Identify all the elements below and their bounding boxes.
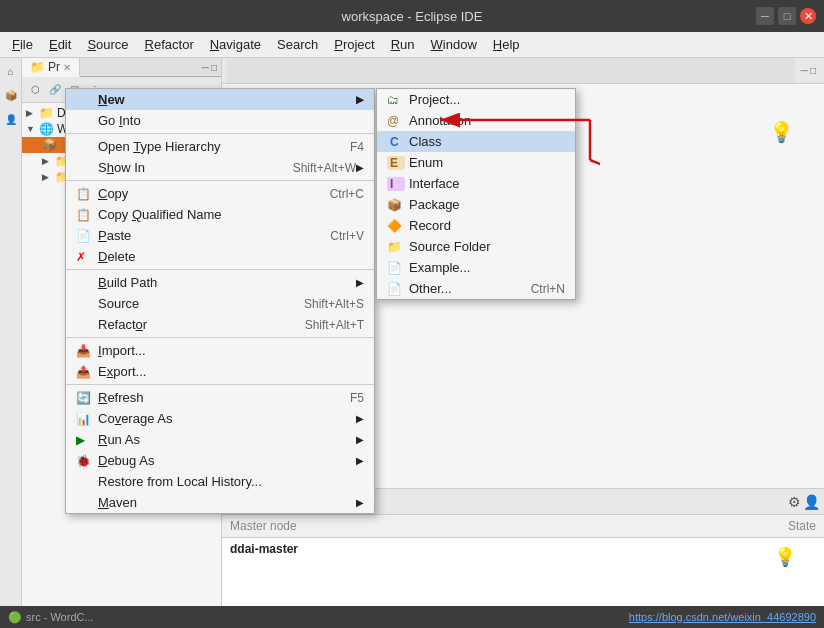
cm-run-as[interactable]: ▶ Run As ▶ [66, 429, 374, 450]
cm-refactor[interactable]: Refactor Shift+Alt+T [66, 314, 374, 335]
cm-copy-qualified[interactable]: 📋 Copy Qualified Name [66, 204, 374, 225]
sidebar-icon-person[interactable]: 👤 [2, 110, 20, 128]
status-text: src - WordC... [26, 611, 94, 623]
cell-master: ddai-master [222, 538, 617, 561]
title-bar: workspace - Eclipse IDE ─ □ ✕ [0, 0, 824, 32]
cm-refresh[interactable]: 🔄 Refresh F5 [66, 387, 374, 408]
master-table: Master node State ddai-master [222, 515, 824, 560]
cm-delete-label: Delete [98, 249, 364, 264]
sm-other-shortcut: Ctrl+N [531, 282, 565, 296]
sm-example-label: Example... [409, 260, 565, 275]
tab-maximize-btn[interactable]: □ [211, 62, 217, 73]
menu-file[interactable]: File [4, 35, 41, 54]
right-maximize-btn[interactable]: □ [810, 65, 816, 76]
cm-sep5 [66, 384, 374, 385]
submenu-new: 🗂 Project... @ Annotation C Class E Enum… [376, 88, 576, 300]
maximize-button[interactable]: □ [778, 7, 796, 25]
window-controls: ─ □ ✕ [756, 7, 816, 25]
gear-icon[interactable]: ⚙ [788, 494, 801, 510]
menu-run[interactable]: Run [383, 35, 423, 54]
menu-window[interactable]: Window [423, 35, 485, 54]
sm-other-label: Other... [409, 281, 531, 296]
minimize-button[interactable]: ─ [756, 7, 774, 25]
cm-show-in[interactable]: Show In Shift+Alt+W ▶ [66, 157, 374, 178]
cm-new[interactable]: New ▶ [66, 89, 374, 110]
cm-build-path[interactable]: Build Path ▶ [66, 272, 374, 293]
menu-bar: File Edit Source Refactor Navigate Searc… [0, 32, 824, 58]
sm-srcfolder-label: Source Folder [409, 239, 565, 254]
sm-record-icon: 🔶 [387, 219, 405, 233]
show-in-shortcut: Shift+Alt+W [273, 161, 356, 175]
cm-delete[interactable]: ✗ Delete [66, 246, 374, 267]
sm-class-label: Class [409, 134, 565, 149]
sm-source-folder[interactable]: 📁 Source Folder [377, 236, 575, 257]
right-minimize-btn[interactable]: ─ [801, 65, 808, 76]
debug-as-icon: 🐞 [76, 454, 94, 468]
sm-project-label: Project... [409, 92, 565, 107]
sm-record[interactable]: 🔶 Record [377, 215, 575, 236]
sm-package[interactable]: 📦 Package [377, 194, 575, 215]
maven-arrow: ▶ [356, 497, 364, 508]
cm-maven[interactable]: Maven ▶ [66, 492, 374, 513]
link-editor-btn[interactable]: 🔗 [46, 81, 64, 99]
cm-coverage-label: Coverage As [98, 411, 356, 426]
build-path-arrow: ▶ [356, 277, 364, 288]
source-shortcut: Shift+Alt+S [284, 297, 364, 311]
cm-refresh-label: Refresh [98, 390, 330, 405]
menu-help[interactable]: Help [485, 35, 528, 54]
sidebar-icon-home[interactable]: ⌂ [2, 62, 20, 80]
cm-copy[interactable]: 📋 Copy Ctrl+C [66, 183, 374, 204]
collapse-all-btn[interactable]: ⬡ [26, 81, 44, 99]
menu-project[interactable]: Project [326, 35, 382, 54]
sm-srcfolder-icon: 📁 [387, 240, 405, 254]
import-icon: 📥 [76, 344, 94, 358]
sm-package-icon: 📦 [387, 198, 405, 212]
sm-other[interactable]: 📄 Other... Ctrl+N [377, 278, 575, 299]
sm-project[interactable]: 🗂 Project... [377, 89, 575, 110]
debug-as-arrow: ▶ [356, 455, 364, 466]
package-explorer-tabstrip: 📁 Pr ✕ ─ □ [22, 58, 221, 77]
delete-icon: ✗ [76, 250, 94, 264]
sm-class[interactable]: C Class [377, 131, 575, 152]
sm-example[interactable]: 📄 Example... [377, 257, 575, 278]
cm-coverage[interactable]: 📊 Coverage As ▶ [66, 408, 374, 429]
cm-sep3 [66, 269, 374, 270]
close-button[interactable]: ✕ [800, 8, 816, 24]
cm-source[interactable]: Source Shift+Alt+S [66, 293, 374, 314]
cm-export[interactable]: 📤 Export... [66, 361, 374, 382]
sm-example-icon: 📄 [387, 261, 405, 275]
tab-package-explorer[interactable]: 📁 Pr ✕ [22, 58, 80, 77]
cm-open-type[interactable]: Open Type Hierarchy F4 [66, 136, 374, 157]
cm-restore[interactable]: Restore from Local History... [66, 471, 374, 492]
cm-maven-label: Maven [98, 495, 356, 510]
cm-go-into[interactable]: Go Into [66, 110, 374, 131]
menu-refactor[interactable]: Refactor [137, 35, 202, 54]
cm-paste[interactable]: 📄 Paste Ctrl+V [66, 225, 374, 246]
sm-class-icon: C [387, 135, 405, 149]
selected-icon: 📦 [42, 138, 57, 152]
tab-close-pkg[interactable]: ✕ [63, 62, 71, 73]
menu-edit[interactable]: Edit [41, 35, 79, 54]
sidebar-icon-pkg[interactable]: 📦 [2, 86, 20, 104]
sm-enum[interactable]: E Enum [377, 152, 575, 173]
person-icon[interactable]: 👤 [803, 494, 820, 510]
cm-import[interactable]: 📥 Import... [66, 340, 374, 361]
sm-package-label: Package [409, 197, 565, 212]
tree-arrow-wc: ▼ [26, 124, 36, 134]
menu-navigate[interactable]: Navigate [202, 35, 269, 54]
refactor-shortcut: Shift+Alt+T [285, 318, 364, 332]
cm-show-in-label: Show In [98, 160, 273, 175]
sm-annotation[interactable]: @ Annotation [377, 110, 575, 131]
menu-search[interactable]: Search [269, 35, 326, 54]
sm-other-icon: 📄 [387, 282, 405, 296]
sm-interface[interactable]: I Interface [377, 173, 575, 194]
cm-copy-label: Copy [98, 186, 310, 201]
paste-icon: 📄 [76, 229, 94, 243]
cm-open-type-label: Open Type Hierarchy [98, 139, 330, 154]
menu-source[interactable]: Source [79, 35, 136, 54]
tab-minimize-btn[interactable]: ─ [202, 62, 209, 73]
status-link[interactable]: https://blog.csdn.net/weixin_44692890 [629, 611, 816, 623]
bottom-lightbulb-icon: 💡 [774, 546, 796, 568]
right-toolbar: ─ □ [222, 58, 824, 84]
cm-debug-as[interactable]: 🐞 Debug As ▶ [66, 450, 374, 471]
